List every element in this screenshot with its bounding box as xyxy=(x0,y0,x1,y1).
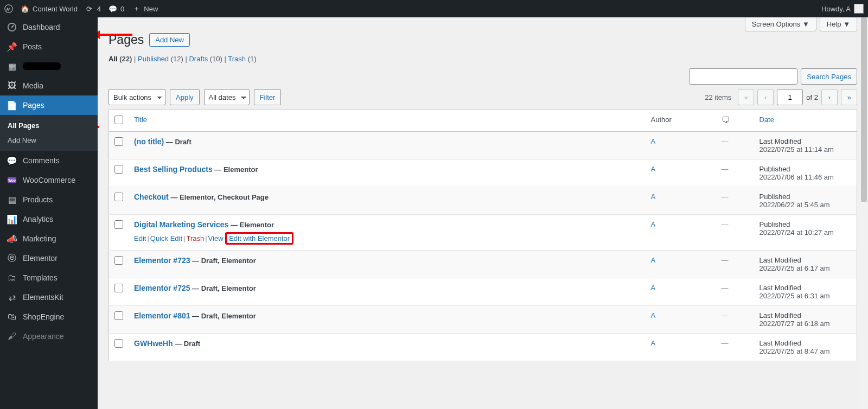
site-name: Content World xyxy=(33,5,78,13)
add-new-button[interactable]: Add New xyxy=(149,33,190,47)
menu-elementor[interactable]: ⓔElementor xyxy=(0,248,98,268)
action-edit-elementor[interactable]: Edit with Elementor xyxy=(229,234,290,242)
search-button[interactable]: Search Pages xyxy=(801,68,857,85)
row-title-link[interactable]: GWHweHh xyxy=(134,339,173,348)
elementor-icon: ⓔ xyxy=(7,253,17,264)
author-link[interactable]: A xyxy=(651,193,656,201)
scrollbar-thumb[interactable] xyxy=(861,17,867,202)
comment-bubble-icon: 🗨 xyxy=(722,116,730,125)
action-view[interactable]: View xyxy=(208,234,224,242)
col-title[interactable]: Title xyxy=(134,116,147,124)
post-state: — Elementor xyxy=(213,165,258,174)
row-title-link[interactable]: Best Selling Products xyxy=(134,165,213,174)
items-count: 22 items xyxy=(705,93,731,101)
apply-button[interactable]: Apply xyxy=(170,89,200,105)
action-quick-edit[interactable]: Quick Edit xyxy=(150,234,182,242)
row-title-link[interactable]: Digital Marketing Services xyxy=(134,220,228,229)
author-link[interactable]: A xyxy=(651,339,656,347)
action-trash[interactable]: Trash xyxy=(186,234,204,242)
menu-pages[interactable]: 📄Pages xyxy=(0,95,98,115)
submenu-all-pages[interactable]: All Pages xyxy=(0,118,98,133)
date-cell: Published2022/07/06 at 11:46 am xyxy=(754,159,857,187)
author-link[interactable]: A xyxy=(651,137,656,145)
comments-cell: — xyxy=(716,278,754,306)
table-row: Best Selling Products — ElementorA—Publi… xyxy=(109,159,857,187)
last-page-button[interactable]: » xyxy=(841,89,857,105)
menu-appearance[interactable]: 🖌Appearance xyxy=(0,327,98,346)
menu-templates[interactable]: 🗂Templates xyxy=(0,268,98,287)
row-checkbox[interactable] xyxy=(114,311,123,320)
row-checkbox[interactable] xyxy=(114,193,123,201)
highlight-edit-elementor: Edit with Elementor xyxy=(225,232,293,245)
pin-icon: 📌 xyxy=(7,41,17,52)
post-state: — Elementor xyxy=(228,221,274,229)
search-input[interactable] xyxy=(689,68,797,85)
row-title-link[interactable]: Elementor #723 xyxy=(134,256,190,265)
row-checkbox[interactable] xyxy=(114,165,123,174)
date-cell: Published2022/06/22 at 5:45 am xyxy=(754,187,857,215)
updates-link[interactable]: ⟳4 xyxy=(85,4,101,13)
filter-published[interactable]: Published (12) xyxy=(138,55,183,63)
row-title-link[interactable]: Elementor #725 xyxy=(134,284,190,292)
date-cell: Last Modified2022/07/25 at 8:47 am xyxy=(754,334,857,361)
author-link[interactable]: A xyxy=(651,165,656,173)
table-row: Elementor #801 — Draft, ElementorA—Last … xyxy=(109,306,857,334)
wordpress-icon xyxy=(4,4,13,13)
row-checkbox[interactable] xyxy=(114,137,123,146)
menu-redacted[interactable]: ▦ xyxy=(0,56,98,76)
filter-button[interactable]: Filter xyxy=(254,89,282,105)
col-comments[interactable]: 🗨 xyxy=(716,110,754,132)
help-tab[interactable]: Help ▼ xyxy=(820,17,857,31)
filter-drafts[interactable]: Drafts (10) xyxy=(189,55,222,63)
screen-options-tab[interactable]: Screen Options ▼ xyxy=(745,17,816,31)
new-content-link[interactable]: ＋New xyxy=(132,4,158,13)
menu-marketing[interactable]: 📣Marketing xyxy=(0,229,98,248)
media-icon: 🖼 xyxy=(7,80,17,91)
row-checkbox[interactable] xyxy=(114,339,123,348)
filter-trash[interactable]: Trash (1) xyxy=(228,55,256,63)
row-title-link[interactable]: Checkout xyxy=(134,193,169,201)
comments-cell: — xyxy=(716,132,754,159)
menu-elementskit[interactable]: ⇄ElementsKit xyxy=(0,287,98,307)
table-row: Elementor #725 — Draft, ElementorA—Last … xyxy=(109,278,857,306)
menu-dashboard[interactable]: Dashboard xyxy=(0,17,98,37)
menu-woocommerce[interactable]: WooWooCommerce xyxy=(0,170,98,190)
current-page-input[interactable] xyxy=(777,89,803,105)
author-link[interactable]: A xyxy=(651,311,656,319)
menu-analytics[interactable]: 📊Analytics xyxy=(0,209,98,229)
site-name-link[interactable]: 🏠Content World xyxy=(21,4,78,13)
wp-logo[interactable] xyxy=(4,4,13,13)
comments-link[interactable]: 💬0 xyxy=(108,4,124,13)
row-title-link[interactable]: (no title) xyxy=(134,137,164,146)
first-page-button: « xyxy=(738,89,754,105)
vertical-scrollbar[interactable] xyxy=(860,17,868,409)
comments-count: 0 xyxy=(120,5,124,13)
menu-products[interactable]: ▤Products xyxy=(0,190,98,209)
date-cell: Last Modified2022/07/25 at 6:17 am xyxy=(754,251,857,278)
author-link[interactable]: A xyxy=(651,220,656,228)
megaphone-icon: 📣 xyxy=(7,233,17,244)
row-title-link[interactable]: Elementor #801 xyxy=(134,311,190,320)
action-edit[interactable]: Edit xyxy=(134,234,146,242)
submenu-add-new[interactable]: Add New xyxy=(0,133,98,148)
row-checkbox[interactable] xyxy=(114,256,123,265)
table-row: (no title) — DraftA—Last Modified2022/07… xyxy=(109,132,857,159)
filter-all[interactable]: All (22) xyxy=(108,55,132,63)
my-account[interactable]: Howdy, A xyxy=(821,4,864,14)
author-link[interactable]: A xyxy=(651,284,656,292)
menu-comments[interactable]: 💬Comments xyxy=(0,151,98,170)
comments-cell: — xyxy=(716,306,754,334)
row-checkbox[interactable] xyxy=(114,220,123,229)
bulk-actions-select[interactable]: Bulk actions xyxy=(108,89,165,105)
next-page-button[interactable]: › xyxy=(821,89,838,105)
select-all-checkbox[interactable] xyxy=(114,116,123,124)
menu-shopengine[interactable]: 🛍ShopEngine xyxy=(0,307,98,327)
col-date[interactable]: Date xyxy=(760,116,774,124)
admin-menu: Dashboard 📌Posts ▦ 🖼Media 📄Pages All Pag… xyxy=(0,17,98,409)
menu-posts[interactable]: 📌Posts xyxy=(0,37,98,56)
dates-filter-select[interactable]: All dates xyxy=(204,89,250,105)
row-checkbox[interactable] xyxy=(114,284,123,292)
menu-media[interactable]: 🖼Media xyxy=(0,76,98,95)
date-cell: Last Modified2022/07/25 at 11:14 am xyxy=(754,132,857,159)
author-link[interactable]: A xyxy=(651,256,656,264)
